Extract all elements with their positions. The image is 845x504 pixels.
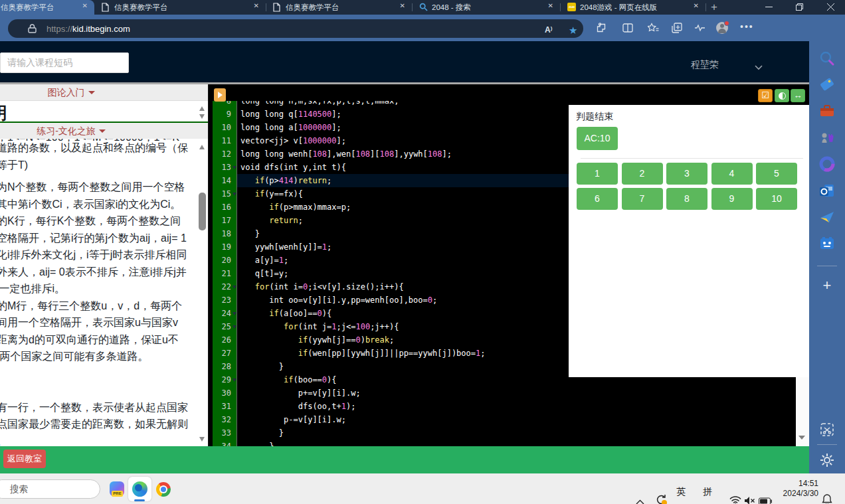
split-screen-icon[interactable] <box>622 23 633 33</box>
volume-muted-icon[interactable] <box>744 485 755 504</box>
sidebar-drop-icon[interactable] <box>818 209 836 226</box>
line-number[interactable]: 12 <box>213 147 237 161</box>
line-number[interactable]: 18 <box>213 227 237 240</box>
unit-title-bar[interactable]: 图论入门 <box>0 84 208 101</box>
url-field[interactable]: https://kid.itbegin.com A) ★ <box>8 19 583 38</box>
favorite-star-icon[interactable]: ★ <box>569 25 577 37</box>
test-case-button-9[interactable]: 9 <box>711 188 753 210</box>
line-number[interactable]: 28 <box>213 360 237 373</box>
expand-button[interactable]: ↔ <box>791 89 805 102</box>
line-number[interactable]: 30 <box>213 386 237 400</box>
test-case-button-6[interactable]: 6 <box>577 188 618 210</box>
lesson-title-bar[interactable]: 练习-文化之旅 <box>0 123 208 139</box>
fold-arrow-icon[interactable] <box>233 312 236 315</box>
code-line-33[interactable]: 33 } <box>209 426 809 440</box>
sidebar-tools-icon[interactable] <box>818 102 836 120</box>
browser-profile-avatar[interactable] <box>716 22 728 34</box>
extensions-icon[interactable] <box>596 23 607 33</box>
sidebar-games-icon[interactable] <box>818 129 836 146</box>
user-menu-caret-icon[interactable] <box>755 65 763 70</box>
sidebar-settings-icon[interactable] <box>818 452 836 469</box>
taskbar-clock[interactable]: 14:512024/3/30 <box>772 479 818 499</box>
taskbar-search-box[interactable]: 搜索 <box>0 479 100 499</box>
tab-close-icon[interactable]: ✕ <box>548 2 553 9</box>
taskbar-edge-icon[interactable] <box>128 477 151 501</box>
back-to-classroom-button[interactable]: 返回教室 <box>3 450 46 468</box>
run-button[interactable] <box>214 88 226 102</box>
course-code-input[interactable]: 请输入课程短码 <box>0 52 129 73</box>
read-aloud-icon[interactable]: A) <box>545 25 552 35</box>
line-number[interactable]: 9 <box>213 108 237 121</box>
browser-tab-2[interactable]: 信奥赛教学平台✕ <box>94 0 266 15</box>
browser-tab-4[interactable]: 2048 - 搜索✕ <box>412 0 560 15</box>
line-number[interactable]: 17 <box>213 214 237 227</box>
code-line-34[interactable]: 34 } <box>209 440 809 446</box>
ime-mode-indicator[interactable]: 拼 <box>703 486 712 498</box>
fold-arrow-icon[interactable] <box>233 166 236 169</box>
line-number[interactable]: 11 <box>213 134 237 147</box>
line-number[interactable]: 34 <box>213 440 237 446</box>
line-number[interactable]: 26 <box>213 333 237 347</box>
line-number[interactable]: 33 <box>213 426 237 440</box>
code-editor[interactable]: 8long long n,m,sx,fx,p,t,s,t,mmax;9long … <box>209 84 809 446</box>
test-case-button-10[interactable]: 10 <box>756 188 797 210</box>
window-minimize-button[interactable] <box>755 0 782 15</box>
code-line-30[interactable]: 30 p+=v[y][i].w; <box>209 386 809 400</box>
browser-menu-icon[interactable]: ••• <box>740 21 754 32</box>
line-number[interactable]: 23 <box>213 294 237 307</box>
window-restore-button[interactable] <box>786 0 812 15</box>
problem-scroll-up-icon[interactable] <box>199 145 205 149</box>
sidebar-shopping-icon[interactable] <box>818 76 836 93</box>
test-case-button-5[interactable]: 5 <box>756 163 797 185</box>
taskbar-chrome-icon[interactable] <box>156 482 171 497</box>
sidebar-snip-icon[interactable] <box>818 421 836 438</box>
fold-arrow-icon[interactable] <box>233 325 236 329</box>
score-badge[interactable]: AC:10 <box>577 127 618 150</box>
favorites-icon[interactable] <box>648 23 659 33</box>
line-number[interactable]: 31 <box>213 400 237 413</box>
browser-tab-1[interactable]: 信奥赛教学平台✕ <box>0 0 94 15</box>
test-case-button-1[interactable]: 1 <box>577 163 618 185</box>
sidebar-image-creator-icon[interactable] <box>818 235 836 252</box>
username[interactable]: 程堃荣 <box>691 59 719 71</box>
problem-scrollbar-thumb[interactable] <box>199 193 206 230</box>
sidebar-loop-icon[interactable] <box>818 155 836 173</box>
new-tab-button[interactable]: + <box>706 0 722 15</box>
sidebar-add-icon[interactable]: + <box>818 277 836 294</box>
sidebar-search-icon[interactable] <box>818 50 836 67</box>
browser-tab-3[interactable]: 信奥赛教学平台✕ <box>266 0 412 15</box>
code-line-32[interactable]: 32 p-=v[y][i].w; <box>209 413 809 426</box>
heading-scroll-up-icon[interactable] <box>199 106 205 111</box>
window-close-button[interactable] <box>817 0 844 15</box>
fold-arrow-icon[interactable] <box>233 378 236 382</box>
line-number[interactable]: 32 <box>213 413 237 426</box>
theme-toggle-button[interactable] <box>775 89 789 102</box>
line-number[interactable]: 10 <box>213 121 237 134</box>
unit-title[interactable]: 图论入门 <box>48 87 85 98</box>
collections-icon[interactable] <box>672 23 682 33</box>
editor-scroll-down-icon[interactable] <box>798 436 805 440</box>
line-number[interactable]: 21 <box>213 267 237 280</box>
tab-close-icon[interactable]: ✕ <box>400 2 405 9</box>
tab-close-icon[interactable]: ✕ <box>694 2 699 9</box>
sidebar-outlook-icon[interactable] <box>818 182 836 199</box>
ime-language-indicator[interactable]: 英 <box>676 486 686 498</box>
taskbar-overflow-icon[interactable] <box>636 487 644 504</box>
tab-close-icon[interactable]: ✕ <box>254 2 259 9</box>
fold-arrow-icon[interactable] <box>233 286 236 289</box>
test-case-button-8[interactable]: 8 <box>666 188 707 210</box>
line-number[interactable]: 20 <box>213 254 237 267</box>
line-number[interactable]: 14 <box>213 174 237 187</box>
heading-scroll-down-icon[interactable] <box>199 114 205 119</box>
wifi-icon[interactable] <box>729 485 741 504</box>
tab-close-icon[interactable]: ✕ <box>82 2 88 9</box>
test-case-button-2[interactable]: 2 <box>622 163 663 185</box>
judge-button[interactable]: ☑ <box>758 89 773 102</box>
line-number[interactable]: 27 <box>213 347 237 360</box>
lesson-title[interactable]: 练习-文化之旅 <box>37 126 96 136</box>
browser-essentials-icon[interactable] <box>694 23 705 33</box>
battery-icon[interactable] <box>759 486 772 504</box>
copilot-icon[interactable]: PRE <box>110 481 124 496</box>
browser-tab-5[interactable]: 20482048游戏 - 网页在线版✕ <box>560 0 705 15</box>
code-line-31[interactable]: 31 dfs(oo,t+1); <box>209 400 809 413</box>
